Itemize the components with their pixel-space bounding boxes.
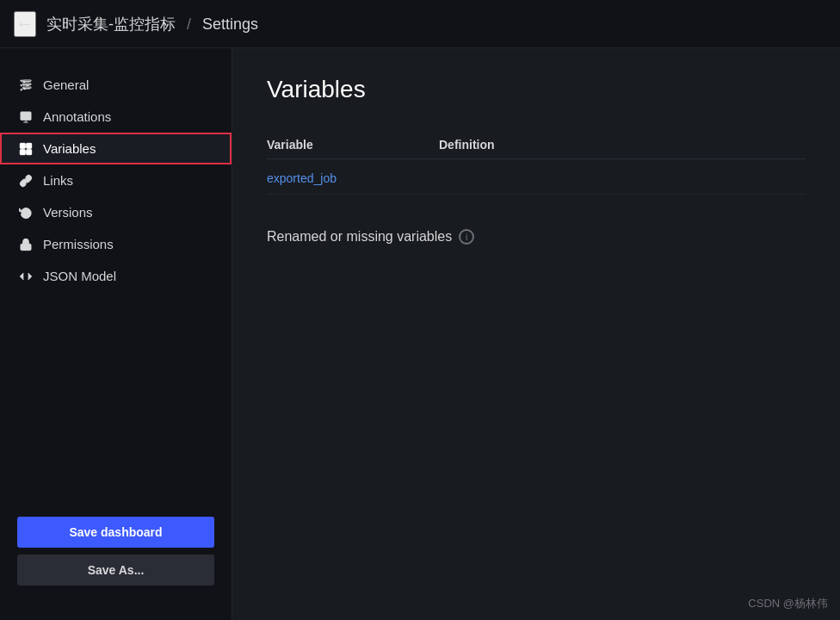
sidebar-permissions-label: Permissions — [43, 237, 114, 251]
save-as-button[interactable]: Save As... — [17, 555, 214, 586]
back-button[interactable]: ← — [14, 11, 36, 37]
sidebar-item-links[interactable]: Links — [0, 164, 232, 196]
sidebar: General Annotations — [0, 48, 232, 620]
svg-rect-13 — [21, 244, 31, 250]
svg-point-3 — [23, 80, 26, 83]
svg-rect-9 — [20, 143, 25, 148]
info-icon[interactable]: i — [459, 229, 474, 245]
sidebar-buttons: Save dashboard Save As... — [0, 503, 232, 599]
sliders-icon — [17, 78, 34, 92]
sidebar-annotations-label: Annotations — [43, 109, 111, 124]
header: ← 实时采集-监控指标 / Settings — [0, 0, 840, 48]
sidebar-item-general[interactable]: General — [0, 69, 232, 101]
variables-table: Variable Definition exported_job — [267, 131, 806, 195]
header-title: 实时采集-监控指标 / Settings — [46, 14, 258, 34]
svg-rect-10 — [27, 143, 32, 148]
svg-rect-6 — [21, 112, 31, 120]
main-layout: General Annotations — [0, 48, 840, 620]
sidebar-nav: General Annotations — [0, 69, 232, 503]
table-row: exported_job — [267, 163, 806, 195]
annotation-icon — [17, 110, 34, 124]
breadcrumb-separator: / — [187, 16, 191, 33]
sidebar-item-variables[interactable]: Variables — [0, 133, 232, 164]
renamed-section: Renamed or missing variables i — [267, 229, 806, 245]
col-definition-header: Definition — [439, 138, 806, 152]
table-header: Variable Definition — [267, 131, 806, 159]
lock-icon — [17, 238, 34, 251]
svg-rect-12 — [27, 149, 32, 154]
page-title: Variables — [267, 76, 806, 103]
versions-icon — [17, 206, 34, 220]
sidebar-json-model-label: JSON Model — [43, 269, 116, 283]
sidebar-versions-label: Versions — [43, 205, 93, 220]
renamed-label: Renamed or missing variables — [267, 229, 452, 245]
variable-name-link[interactable]: exported_job — [267, 171, 439, 185]
settings-label: Settings — [202, 16, 258, 33]
sidebar-item-versions[interactable]: Versions — [0, 196, 232, 228]
sidebar-item-json-model[interactable]: JSON Model — [0, 260, 232, 292]
sidebar-item-annotations[interactable]: Annotations — [0, 101, 232, 133]
json-icon — [17, 270, 34, 283]
svg-point-4 — [27, 84, 29, 86]
sidebar-item-permissions[interactable]: Permissions — [0, 228, 232, 260]
col-variable-header: Variable — [267, 138, 439, 152]
content-area: Variables Variable Definition exported_j… — [232, 48, 840, 620]
save-dashboard-button[interactable]: Save dashboard — [17, 517, 214, 548]
sidebar-variables-label: Variables — [43, 141, 96, 156]
svg-point-5 — [23, 87, 26, 90]
watermark: CSDN @杨林伟 — [748, 596, 828, 611]
variables-icon — [17, 142, 34, 156]
link-icon — [17, 174, 34, 188]
svg-rect-11 — [20, 149, 25, 154]
breadcrumb-text: 实时采集-监控指标 — [46, 16, 176, 33]
sidebar-general-label: General — [43, 78, 89, 92]
sidebar-links-label: Links — [43, 173, 73, 188]
